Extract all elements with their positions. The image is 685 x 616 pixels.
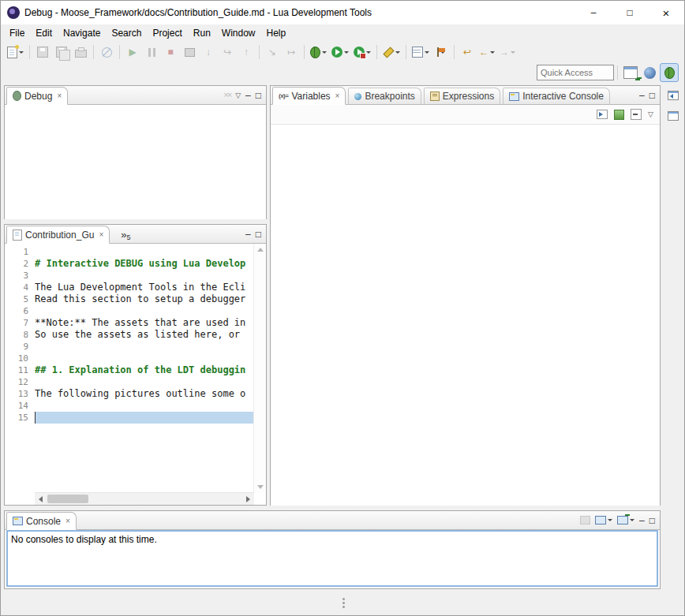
terminate-button[interactable]: ■: [162, 43, 179, 61]
tab-expressions[interactable]: Expressions: [424, 88, 500, 104]
console-icon: [13, 517, 23, 525]
skip-breakpoints-button[interactable]: [98, 43, 115, 61]
collapse-all-icon[interactable]: [631, 109, 642, 120]
toolbar-separator: [617, 65, 618, 80]
tab-editor-close-icon[interactable]: ×: [99, 230, 103, 239]
minimize-view-icon[interactable]: –: [639, 516, 645, 525]
editor-line: 3: [5, 270, 254, 282]
line-text: [35, 412, 254, 424]
suspend-button[interactable]: [143, 43, 160, 61]
step-into-icon: ↓: [206, 47, 211, 57]
console-content[interactable]: No consoles to display at this time.: [6, 530, 658, 587]
scroll-right-icon[interactable]: [246, 496, 250, 502]
tab-interactive-console[interactable]: Interactive Console: [503, 88, 610, 104]
window-title: Debug - Moose_Framework/docs/Contributio…: [24, 7, 372, 18]
new-icon: [7, 47, 17, 58]
maximize-button[interactable]: □: [612, 1, 648, 24]
minimized-view-button[interactable]: [666, 109, 680, 123]
pin-console-icon[interactable]: [580, 516, 590, 525]
display-console-icon: [595, 516, 606, 525]
menu-project[interactable]: Project: [147, 26, 187, 40]
chevron-icon: »: [121, 229, 126, 241]
tab-variables[interactable]: (x)= Variables ×: [272, 87, 346, 105]
scroll-left-icon[interactable]: [39, 496, 43, 502]
tab-debug[interactable]: Debug ×: [6, 87, 68, 105]
mark-occurrences-button[interactable]: [381, 43, 402, 61]
back-button[interactable]: ←: [477, 43, 496, 61]
last-edit-location-button[interactable]: ↩: [459, 43, 476, 61]
view-menu-icon[interactable]: ▽: [235, 91, 241, 99]
show-logical-structures-icon[interactable]: [597, 110, 608, 119]
trim-drag-handle[interactable]: [342, 598, 345, 609]
menu-navigate[interactable]: Navigate: [58, 26, 106, 40]
search-marker-button[interactable]: [432, 43, 450, 61]
open-console-button[interactable]: [617, 516, 634, 525]
run-button[interactable]: [330, 43, 350, 61]
menu-edit[interactable]: Edit: [30, 26, 58, 40]
flag-icon: [437, 47, 439, 57]
drop-to-frame-button[interactable]: ↘: [264, 43, 281, 61]
open-element-button[interactable]: [410, 43, 431, 61]
tab-breakpoints[interactable]: Breakpoints: [348, 88, 421, 104]
step-into-button[interactable]: ↓: [200, 43, 217, 61]
editor-tab-overflow[interactable]: »5: [116, 227, 135, 243]
tab-console-close-icon[interactable]: ×: [66, 517, 70, 525]
save-all-button[interactable]: [53, 43, 70, 61]
tab-contribution-guide[interactable]: Contribution_Gu ×: [6, 226, 110, 244]
line-number: 15: [5, 412, 35, 424]
minimize-button[interactable]: –: [575, 1, 612, 24]
display-console-button[interactable]: [595, 516, 612, 525]
minimize-view-icon[interactable]: –: [245, 230, 251, 239]
remove-terminated-icon[interactable]: ××: [223, 91, 230, 99]
debug-button[interactable]: [309, 43, 328, 61]
step-over-button[interactable]: ↪: [219, 43, 236, 61]
menu-help[interactable]: Help: [261, 26, 292, 40]
external-tools-button[interactable]: [352, 43, 372, 61]
tab-console[interactable]: Console ×: [6, 512, 77, 530]
ldt-perspective-button[interactable]: [641, 64, 658, 81]
scrollbar-thumb[interactable]: [47, 495, 88, 503]
new-wizard-button[interactable]: [6, 43, 25, 61]
print-button[interactable]: [72, 43, 89, 61]
step-return-button[interactable]: ↑: [238, 43, 255, 61]
maximize-view-icon[interactable]: □: [256, 230, 261, 239]
editor-vertical-scrollbar[interactable]: [253, 244, 266, 493]
tab-debug-close-icon[interactable]: ×: [57, 91, 62, 100]
open-perspective-button[interactable]: [622, 64, 639, 81]
editor-content[interactable]: 1 2# Interactive DEBUG using Lua Develop…: [5, 244, 266, 505]
menu-run[interactable]: Run: [188, 26, 216, 40]
line-number: 13: [5, 388, 35, 400]
restore-view-button[interactable]: [666, 88, 680, 103]
forward-button[interactable]: →: [498, 43, 517, 61]
tab-variables-close-icon[interactable]: ×: [335, 91, 340, 100]
show-type-names-icon[interactable]: [614, 110, 624, 120]
quick-access-input[interactable]: [537, 65, 614, 80]
toolbar-separator: [259, 45, 260, 59]
menu-file[interactable]: File: [4, 26, 30, 40]
view-menu-icon[interactable]: ▽: [648, 110, 653, 118]
menu-search[interactable]: Search: [106, 26, 147, 40]
line-number: 8: [5, 329, 35, 341]
scroll-up-icon[interactable]: [257, 248, 264, 252]
line-number: 9: [5, 341, 35, 353]
disconnect-icon: [185, 48, 195, 57]
maximize-view-icon[interactable]: □: [256, 91, 261, 100]
minimize-view-icon[interactable]: –: [639, 91, 645, 100]
disconnect-button[interactable]: [181, 43, 198, 61]
save-button[interactable]: [34, 43, 51, 61]
ide-window: Debug - Moose_Framework/docs/Contributio…: [0, 0, 685, 616]
line-text: [35, 341, 254, 353]
maximize-view-icon[interactable]: □: [649, 91, 655, 100]
minimize-view-icon[interactable]: –: [245, 91, 251, 100]
editor-line: 1: [5, 246, 254, 258]
resume-button[interactable]: ▶: [124, 43, 141, 61]
editor-horizontal-scrollbar[interactable]: [35, 492, 254, 505]
close-button[interactable]: ×: [648, 1, 684, 24]
tab-expressions-label: Expressions: [443, 91, 494, 102]
debug-perspective-button[interactable]: [660, 63, 679, 82]
maximize-view-icon[interactable]: □: [649, 516, 655, 525]
scroll-down-icon[interactable]: [257, 485, 264, 489]
maximize-icon: □: [627, 8, 632, 17]
menu-window[interactable]: Window: [216, 26, 261, 40]
step-filters-button[interactable]: ↦: [283, 43, 300, 61]
